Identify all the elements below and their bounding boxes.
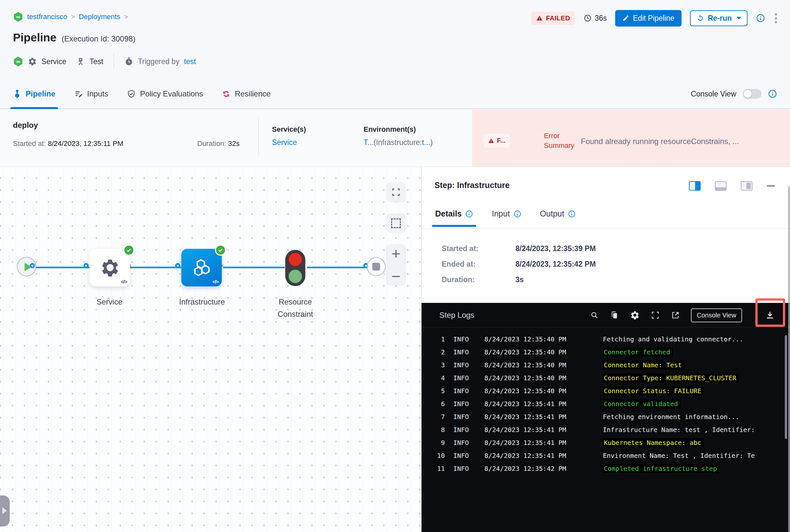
environment-detail-suffix: )	[430, 138, 433, 147]
log-line-number: 2	[422, 348, 445, 356]
chevron-right-icon	[2, 507, 7, 514]
warning-icon	[536, 15, 543, 22]
divider	[422, 228, 790, 228]
pipeline-meta-row: ∞ Service Test Triggered by test	[13, 54, 196, 69]
console-view-control: Console View	[691, 79, 777, 109]
caret-down-icon	[737, 17, 741, 19]
tab-output[interactable]: Output	[540, 209, 576, 218]
end-node[interactable]	[367, 257, 386, 276]
layout-split-vertical-button[interactable]	[689, 181, 701, 191]
canvas-marquee-select-button[interactable]	[386, 213, 406, 233]
log-line: 6 INFO 8/24/2023 12:35:41 PM Connector v…	[422, 397, 790, 410]
triggered-by-user-link[interactable]: test	[184, 57, 196, 66]
open-in-new-tab-icon[interactable]	[671, 311, 680, 320]
console-view-button[interactable]: Console View	[691, 308, 742, 322]
step-logs-console: Step Logs Console View	[422, 303, 790, 532]
tab-inputs[interactable]: Inputs	[74, 79, 108, 109]
stage-duration: Duration: 32s	[197, 139, 240, 148]
minimize-panel-button[interactable]	[767, 185, 775, 187]
zoom-in-button[interactable]: +	[391, 248, 401, 258]
svg-text:∞: ∞	[16, 14, 20, 20]
log-line-number: 4	[422, 374, 445, 382]
step-logs-title: Step Logs	[439, 311, 474, 320]
tab-resilience-label: Resilience	[235, 89, 271, 98]
environments-block: Environment(s) T...(Infrastructure:t...)	[364, 125, 433, 147]
rerun-button[interactable]: Re-run	[690, 11, 748, 26]
log-timestamp: 8/24/2023 12:35:42 PM	[484, 465, 588, 473]
log-line: 2 INFO 8/24/2023 12:35:40 PM Connector f…	[422, 346, 790, 359]
log-timestamp: 8/24/2023 12:35:41 PM	[484, 439, 588, 446]
step-panel-title: Step: Infrastructure	[435, 180, 510, 190]
info-icon[interactable]	[514, 210, 521, 218]
edge-port	[84, 263, 89, 268]
service-link[interactable]: Service	[272, 138, 297, 147]
log-message: Fetching environment information...	[603, 413, 739, 421]
log-timestamp: 8/24/2023 12:35:41 PM	[484, 426, 588, 434]
log-level: INFO	[453, 426, 480, 434]
info-icon[interactable]	[465, 210, 473, 218]
log-message: Connector validated	[603, 399, 681, 408]
graph-edge	[129, 267, 181, 268]
view-tabs-bar: Pipeline Inputs Policy Evaluations Resil…	[0, 79, 790, 109]
left-panel-expander[interactable]	[0, 495, 10, 527]
log-line-number: 10	[422, 452, 445, 459]
triggered-by-label: Triggered by	[138, 57, 179, 66]
pipeline-graph-canvas[interactable]: </> </> Service Infrastructure Resource …	[0, 167, 421, 532]
success-check-icon	[215, 245, 226, 255]
console-scrollbar[interactable]	[785, 335, 787, 439]
edit-pipeline-button[interactable]: Edit Pipeline	[615, 10, 682, 26]
page-scrollbar[interactable]	[788, 186, 790, 532]
infrastructure-link[interactable]: t...	[422, 138, 430, 147]
log-line-number: 9	[422, 439, 445, 446]
fullscreen-icon[interactable]	[651, 311, 660, 320]
svg-text:∞: ∞	[16, 59, 20, 65]
breadcrumb-project-link[interactable]: testfrancisco	[27, 13, 67, 21]
search-icon[interactable]	[590, 311, 599, 320]
tab-policy-evaluations[interactable]: Policy Evaluations	[127, 79, 203, 109]
layout-split-horizontal-button[interactable]	[715, 181, 727, 191]
copy-icon[interactable]	[610, 311, 619, 320]
zoom-out-button[interactable]: −	[391, 271, 401, 281]
error-summary-message: Found already running resourceConstrains…	[581, 137, 788, 146]
pencil-icon	[622, 15, 629, 22]
graph-edge	[223, 267, 285, 268]
log-level: INFO	[453, 387, 480, 395]
tab-resilience[interactable]: Resilience	[222, 79, 271, 109]
console-view-label: Console View	[691, 90, 736, 98]
red-light	[288, 252, 302, 267]
environment-icon	[76, 57, 85, 66]
node-infrastructure[interactable]: </>	[181, 249, 222, 286]
node-service[interactable]: </>	[90, 249, 130, 286]
tab-pipeline[interactable]: Pipeline	[13, 79, 55, 109]
detail-label: Duration:	[442, 276, 515, 284]
tab-input[interactable]: Input	[492, 209, 521, 218]
log-line: 4 INFO 8/24/2023 12:35:40 PM Connector T…	[422, 372, 790, 384]
download-logs-button[interactable]	[761, 308, 779, 322]
log-level: INFO	[453, 452, 480, 459]
log-message: Connector Type: KUBERNETES_CLUSTER	[603, 374, 739, 382]
error-summary-section: F... Error Summary Found already running…	[472, 110, 790, 167]
node-label-service: Service	[84, 296, 135, 308]
log-line: 11 INFO 8/24/2023 12:35:42 PM Completed …	[422, 462, 790, 475]
layout-side-panel-button[interactable]	[741, 181, 752, 191]
info-icon[interactable]	[756, 14, 765, 23]
detail-value: 8/24/2023, 12:35:39 PM	[515, 244, 596, 253]
info-icon[interactable]	[768, 89, 777, 98]
error-summary-label: Error Summary	[544, 131, 583, 151]
log-line: 5 INFO 8/24/2023 12:35:40 PM Connector S…	[422, 384, 790, 397]
node-resource-constraint[interactable]	[285, 250, 305, 286]
canvas-fullscreen-button[interactable]	[386, 182, 406, 202]
step-detail-tabs: Details Input Output	[435, 209, 576, 218]
console-view-toggle[interactable]	[743, 89, 761, 99]
stop-icon	[372, 263, 380, 270]
info-icon[interactable]	[568, 210, 576, 218]
environment-link[interactable]: T...	[364, 138, 374, 147]
log-line: 3 INFO 8/24/2023 12:35:40 PM Connector N…	[422, 359, 790, 372]
breadcrumb-deployments-link[interactable]: Deployments	[79, 13, 120, 21]
settings-gear-icon[interactable]	[630, 310, 640, 320]
tab-details[interactable]: Details	[435, 209, 473, 218]
more-options-menu[interactable]	[773, 12, 778, 24]
log-message: Connector Name: Test	[603, 361, 684, 369]
log-lines: 1 INFO 8/24/2023 12:35:40 PM Fetching an…	[422, 327, 790, 532]
log-timestamp: 8/24/2023 12:35:40 PM	[484, 348, 588, 356]
